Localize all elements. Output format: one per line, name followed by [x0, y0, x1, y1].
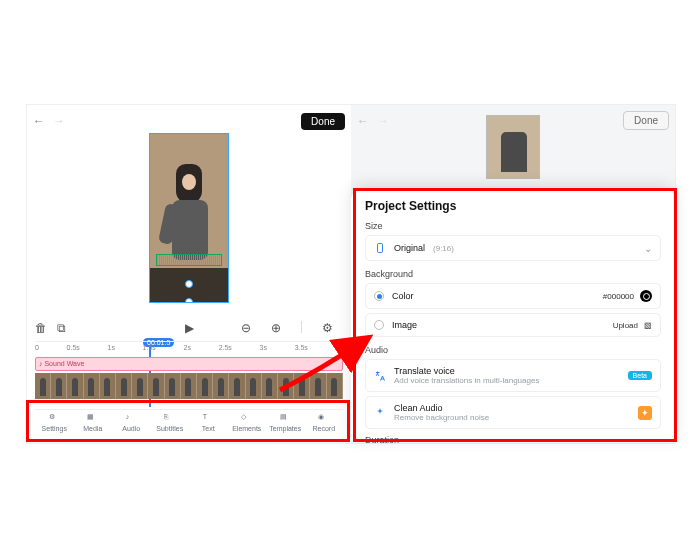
toolbar-audio[interactable]: ♪Audio: [112, 413, 151, 441]
play-icon[interactable]: ▶: [185, 321, 194, 335]
size-option-meta: (9:16): [433, 244, 454, 253]
toolbar-media[interactable]: ▦Media: [74, 413, 113, 441]
sparkle-icon: [374, 407, 386, 419]
section-audio-heading: Audio: [365, 345, 661, 355]
translate-title: Translate voice: [394, 366, 539, 376]
redo-icon[interactable]: →: [53, 114, 65, 128]
background-image-option[interactable]: Image Upload ▧: [365, 313, 661, 337]
clean-audio-option[interactable]: Clean Audio Remove background noise ✦: [365, 396, 661, 429]
subtitles-icon: ⎘: [164, 413, 175, 424]
clean-title: Clean Audio: [394, 403, 489, 413]
toolbar-settings[interactable]: ⚙Settings: [35, 413, 74, 441]
section-duration-heading: Duration: [365, 435, 661, 443]
record-icon: ◉: [318, 413, 329, 424]
radio-icon[interactable]: [374, 320, 384, 330]
selected-video-clip[interactable]: [149, 133, 229, 303]
clean-sub: Remove background noise: [394, 413, 489, 422]
toolbar-subtitles[interactable]: ⎘Subtitles: [151, 413, 190, 441]
preview-canvas[interactable]: [27, 133, 351, 311]
radio-icon[interactable]: [374, 291, 384, 301]
translate-sub: Add voice translations in multi-language…: [394, 376, 539, 385]
svg-rect-0: [378, 244, 383, 253]
size-select[interactable]: Original (9:16) ⌄: [365, 235, 661, 261]
timeline-ruler[interactable]: 0 0.5s 1s 1.5s 2s 2.5s 3s 3.5s 4s: [35, 341, 343, 355]
settings-pane: ← → Done Project Settings Size Original …: [351, 104, 676, 444]
gear-icon[interactable]: ⚙: [322, 321, 333, 335]
trash-icon[interactable]: 🗑: [35, 321, 47, 335]
background-preview: [351, 105, 675, 189]
bottom-toolbar: ⚙Settings ▦Media ♪Audio ⎘Subtitles TText…: [35, 409, 343, 441]
beta-badge: Beta: [628, 371, 652, 380]
premium-badge-icon: ✦: [638, 406, 652, 420]
video-editor-pane: ← → Done 🗑 ⧉ ▶ ⊖ ⊕ ⚙ 0: [26, 104, 351, 444]
zoom-out-icon[interactable]: ⊖: [241, 321, 251, 335]
elements-icon: ◇: [241, 413, 252, 424]
bg-color-hex: #000000: [603, 292, 634, 301]
size-option-label: Original: [394, 243, 425, 253]
text-icon: T: [203, 413, 214, 424]
bg-upload-label[interactable]: Upload: [613, 321, 638, 330]
phone-icon: [374, 242, 386, 254]
toolbar-text[interactable]: TText: [189, 413, 228, 441]
panel-title: Project Settings: [365, 199, 661, 213]
translate-icon: [374, 370, 386, 382]
undo-icon[interactable]: ←: [33, 114, 45, 128]
templates-icon: ▤: [280, 413, 291, 424]
project-settings-panel: Project Settings Size Original (9:16) ⌄ …: [351, 189, 675, 443]
toolbar-templates[interactable]: ▤Templates: [266, 413, 305, 441]
audio-icon: ♪: [126, 413, 137, 424]
media-icon: ▦: [87, 413, 98, 424]
video-track[interactable]: [35, 373, 343, 399]
toolbar-elements[interactable]: ◇Elements: [228, 413, 267, 441]
bg-color-label: Color: [392, 291, 414, 301]
image-icon: ▧: [644, 321, 652, 330]
section-size-heading: Size: [365, 221, 661, 231]
copy-icon[interactable]: ⧉: [57, 321, 66, 335]
background-color-option[interactable]: Color #000000: [365, 283, 661, 309]
resize-handle-icon[interactable]: [185, 298, 193, 303]
audio-track[interactable]: Sound Wave: [35, 357, 343, 371]
gear-icon: ⚙: [49, 413, 60, 424]
resize-handle-icon[interactable]: [185, 280, 193, 288]
color-swatch-icon[interactable]: [640, 290, 652, 302]
translate-voice-option[interactable]: Translate voice Add voice translations i…: [365, 359, 661, 392]
toolbar-record[interactable]: ◉Record: [305, 413, 344, 441]
bg-image-label: Image: [392, 320, 417, 330]
done-button[interactable]: Done: [301, 113, 345, 130]
zoom-in-icon[interactable]: ⊕: [271, 321, 281, 335]
chevron-down-icon: ⌄: [644, 243, 652, 254]
section-background-heading: Background: [365, 269, 661, 279]
